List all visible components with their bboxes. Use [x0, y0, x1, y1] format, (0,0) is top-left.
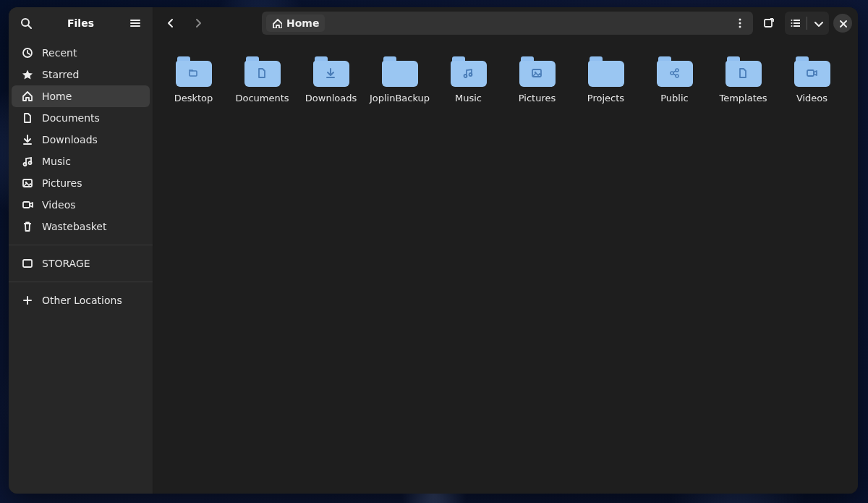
sidebar-item-pictures[interactable]: Pictures	[12, 172, 150, 194]
chevron-right-icon	[192, 17, 204, 29]
sidebar-item-label: Downloads	[42, 134, 98, 145]
sidebar-item-downloads[interactable]: Downloads	[12, 129, 150, 151]
music-icon	[462, 67, 475, 80]
folder-pictures[interactable]: Pictures	[503, 52, 571, 114]
sidebar-menu-button[interactable]	[125, 13, 145, 33]
share-icon	[668, 67, 681, 80]
folder-generic-icon	[187, 67, 200, 80]
sidebar-item-storage[interactable]: STORAGE	[12, 253, 150, 274]
folder-grid: DesktopDocumentsDownloadsJoplinBackupMus…	[159, 52, 852, 114]
path-segment-home[interactable]: Home	[266, 14, 325, 32]
document-icon	[256, 67, 269, 80]
folder-icon	[794, 56, 830, 87]
new-tab-button[interactable]	[757, 12, 780, 35]
folder-icon	[726, 56, 762, 87]
sidebar-header: Files	[9, 7, 153, 39]
list-icon	[790, 17, 801, 29]
path-menu-button[interactable]	[731, 14, 749, 32]
video-icon	[806, 67, 819, 80]
folder-icon	[313, 56, 349, 87]
list-view-button[interactable]	[785, 12, 807, 34]
new-tab-icon	[763, 17, 775, 29]
sidebar-mounts: STORAGE	[9, 250, 153, 277]
folder-label: Pictures	[519, 93, 556, 104]
folder-label: Templates	[719, 93, 767, 104]
clock-icon	[22, 47, 33, 59]
folder-icon	[176, 56, 212, 87]
document-icon	[22, 112, 33, 124]
folder-label: Videos	[796, 93, 827, 104]
search-icon	[20, 17, 32, 29]
folder-desktop[interactable]: Desktop	[159, 52, 228, 114]
sidebar-item-recent[interactable]: Recent	[12, 42, 150, 64]
music-icon	[22, 156, 33, 167]
app-title: Files	[67, 17, 94, 29]
sidebar-item-label: Music	[42, 156, 71, 167]
folder-joplinbackup[interactable]: JoplinBackup	[365, 52, 434, 114]
folder-icon	[657, 56, 693, 87]
folder-icon	[382, 56, 418, 87]
download-icon	[325, 67, 338, 80]
sidebar-item-label: Videos	[42, 199, 76, 211]
folder-label: Downloads	[305, 93, 357, 104]
search-button[interactable]	[16, 13, 36, 33]
sidebar-item-music[interactable]: Music	[12, 151, 150, 172]
home-icon	[22, 90, 33, 102]
sidebar-item-other-locations[interactable]: Other Locations	[12, 289, 150, 311]
sidebar-item-label: STORAGE	[42, 258, 90, 269]
folder-public[interactable]: Public	[640, 52, 709, 114]
view-options-button[interactable]	[807, 12, 829, 34]
drive-icon	[22, 258, 33, 269]
chevron-left-icon	[165, 17, 176, 29]
plus-icon	[22, 295, 33, 306]
sidebar-item-label: Wastebasket	[42, 221, 106, 232]
main-pane: Home	[153, 7, 858, 494]
folder-label: JoplinBackup	[370, 93, 430, 104]
sidebar-item-label: Recent	[42, 47, 77, 59]
document-icon	[737, 67, 750, 80]
pathbar[interactable]: Home	[262, 12, 753, 35]
view-switcher	[785, 12, 829, 35]
toolbar: Home	[153, 7, 858, 39]
sidebar-item-videos[interactable]: Videos	[12, 194, 150, 216]
folder-downloads[interactable]: Downloads	[297, 52, 365, 114]
home-icon	[272, 18, 282, 28]
folder-templates[interactable]: Templates	[709, 52, 778, 114]
sidebar-item-label: Pictures	[42, 177, 82, 189]
folder-label: Documents	[235, 93, 289, 104]
path-segment-label: Home	[286, 17, 319, 29]
picture-icon	[531, 67, 544, 80]
sidebar-item-starred[interactable]: Starred	[12, 64, 150, 85]
picture-icon	[22, 177, 33, 189]
sidebar-item-documents[interactable]: Documents	[12, 107, 150, 129]
chevron-down-icon	[813, 18, 823, 28]
sidebar-separator	[9, 245, 153, 245]
close-button[interactable]	[833, 14, 852, 33]
forward-button[interactable]	[187, 12, 210, 35]
folder-icon	[588, 56, 624, 87]
sidebar-item-label: Other Locations	[42, 295, 122, 306]
folder-videos[interactable]: Videos	[778, 52, 846, 114]
folder-projects[interactable]: Projects	[571, 52, 640, 114]
folder-documents[interactable]: Documents	[228, 52, 297, 114]
folder-label: Music	[455, 93, 482, 104]
back-button[interactable]	[159, 12, 182, 35]
folder-label: Public	[660, 93, 688, 104]
sidebar-separator	[9, 282, 153, 282]
folder-icon	[519, 56, 556, 87]
menu-icon	[129, 17, 141, 29]
sidebar-item-label: Home	[42, 90, 72, 102]
folder-icon	[244, 56, 281, 87]
sidebar-item-home[interactable]: Home	[12, 85, 150, 107]
folder-label: Projects	[587, 93, 624, 104]
folder-icon	[451, 56, 487, 87]
star-icon	[22, 69, 33, 80]
download-icon	[22, 134, 33, 145]
sidebar-other: Other Locations	[9, 287, 153, 314]
folder-music[interactable]: Music	[434, 52, 503, 114]
sidebar-item-label: Starred	[42, 69, 79, 80]
close-icon	[838, 18, 848, 28]
sidebar-item-wastebasket[interactable]: Wastebasket	[12, 216, 150, 237]
sidebar-item-label: Documents	[42, 112, 100, 124]
more-icon	[734, 17, 746, 29]
